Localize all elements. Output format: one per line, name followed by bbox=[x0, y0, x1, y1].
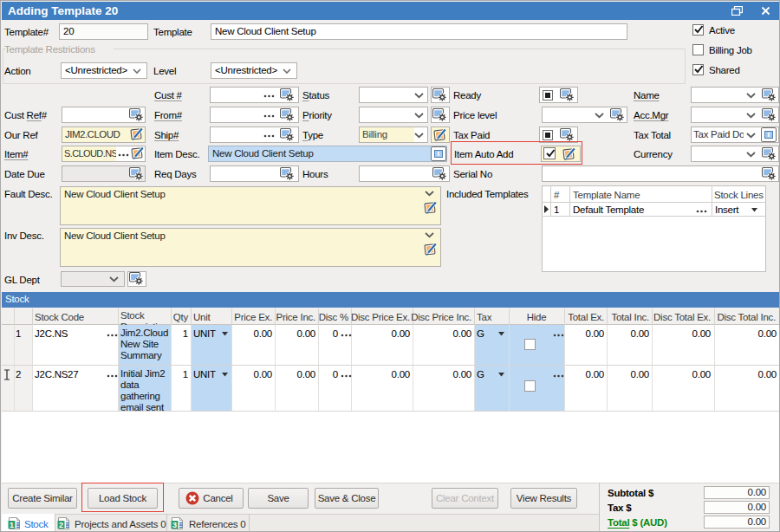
svg-text:2: 2 bbox=[59, 521, 63, 529]
svg-text:1: 1 bbox=[10, 521, 14, 529]
svg-text:3: 3 bbox=[172, 521, 177, 529]
